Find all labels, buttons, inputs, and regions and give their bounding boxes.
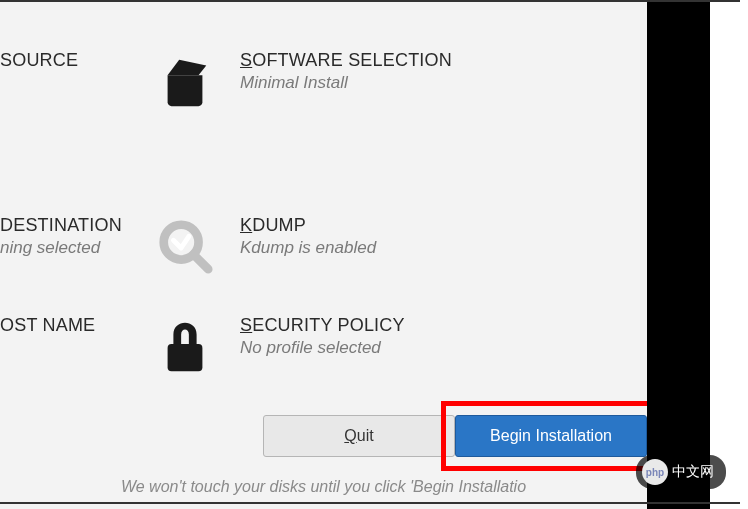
magnifier-icon <box>156 217 214 275</box>
watermark: php 中文网 <box>636 455 726 489</box>
right-black-panel <box>647 0 710 509</box>
lock-icon <box>156 317 214 375</box>
watermark-text: 中文网 <box>672 463 714 481</box>
security-sub: No profile selected <box>240 338 647 358</box>
software-sub: Minimal Install <box>240 73 647 93</box>
svg-rect-1 <box>168 344 203 371</box>
hostname-heading[interactable]: OST NAME <box>0 315 140 336</box>
top-border <box>0 0 740 2</box>
package-open-icon <box>156 52 214 110</box>
quit-button[interactable]: Quit <box>263 415 455 457</box>
source-heading[interactable]: SOURCE <box>0 50 140 71</box>
destination-sub: ning selected <box>0 238 140 258</box>
bottom-border <box>0 502 740 504</box>
kdump-sub: Kdump is enabled <box>240 238 647 258</box>
software-heading[interactable]: SOFTWARE SELECTION <box>240 50 647 71</box>
destination-heading[interactable]: DESTINATION <box>0 215 140 236</box>
php-logo-icon: php <box>642 459 668 485</box>
security-heading[interactable]: SECURITY POLICY <box>240 315 647 336</box>
begin-installation-button[interactable]: Begin Installation <box>455 415 647 457</box>
kdump-heading[interactable]: KDUMP <box>240 215 647 236</box>
hint-text: We won't touch your disks until you clic… <box>0 478 647 496</box>
button-bar: Quit Begin Installation <box>0 415 647 457</box>
